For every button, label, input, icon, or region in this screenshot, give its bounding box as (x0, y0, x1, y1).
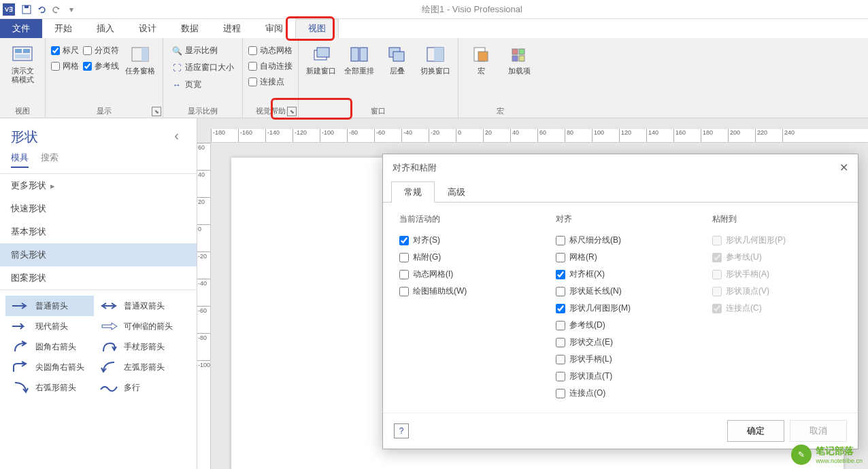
tab-process[interactable]: 进程 (211, 19, 253, 38)
chk-snap[interactable]: 对齐(S) (399, 232, 529, 249)
chk-glue-handles: 形状手柄(A) (712, 266, 841, 283)
window-title: 绘图1 - Visio Professional (79, 3, 865, 16)
chk-handles[interactable]: 形状手柄(L) (556, 351, 685, 368)
checkbox-ruler[interactable]: 标尺 (51, 45, 79, 56)
chk-dyngrid[interactable]: 动态网格(I) (399, 266, 529, 283)
svg-rect-5 (15, 54, 30, 58)
tab-insert[interactable]: 插入 (84, 19, 127, 38)
svg-rect-20 (512, 56, 518, 61)
dlg-tab-general[interactable]: 常规 (391, 181, 435, 203)
save-icon[interactable] (19, 2, 34, 17)
snap-glue-dialog: 对齐和粘附 ✕ 常规 高级 当前活动的 对齐(S) 粘附(G) 动态网格(I) … (382, 154, 858, 449)
chk-subdiv[interactable]: 标尺细分线(B) (556, 232, 685, 249)
checkbox-connpt[interactable]: 连接点 (248, 76, 293, 88)
checkbox-pagebreak[interactable]: 分页符 (83, 45, 119, 56)
chk-inter[interactable]: 形状交点(E) (556, 334, 685, 351)
shape-right-arc[interactable]: 右弧形箭头 (5, 377, 94, 398)
tab-review[interactable]: 审阅 (253, 19, 295, 38)
chk-ext[interactable]: 形状延长线(N) (556, 283, 685, 300)
macro-button[interactable]: 宏 (464, 41, 498, 75)
shape-simple-arrow[interactable]: 普通箭头 (5, 296, 94, 316)
svg-rect-9 (317, 48, 329, 57)
svg-rect-15 (434, 48, 444, 61)
cancel-button[interactable]: 取消 (790, 420, 847, 442)
left-arc-icon (99, 361, 118, 373)
visual-aids-launcher[interactable]: ⬊ (287, 107, 297, 116)
modern-arrow-icon (11, 320, 30, 332)
shape-left-arc[interactable]: 左弧形箭头 (94, 357, 182, 377)
tab-view[interactable]: 视图 (295, 19, 339, 38)
group-view: 演示文 稿模式 视图 (0, 38, 46, 118)
stretch-arrow-icon (99, 320, 118, 332)
checkbox-dyngrid[interactable]: 动态网格 (248, 45, 293, 56)
tab-design[interactable]: 设计 (127, 19, 169, 38)
close-icon[interactable]: ✕ (839, 161, 848, 174)
fit-window-button[interactable]: ⛶适应窗口大小 (169, 60, 237, 75)
svg-rect-7 (141, 48, 148, 61)
cat-basic[interactable]: 基本形状 (0, 220, 197, 243)
chk-glue-vertex: 形状顶点(V) (712, 283, 841, 300)
cat-pattern[interactable]: 图案形状 (0, 266, 197, 290)
show-launcher[interactable]: ⬊ (152, 107, 161, 116)
subtab-stencils[interactable]: 模具 (11, 152, 29, 168)
taskpane-button[interactable]: 任务窗格 (123, 41, 157, 75)
dialog-titlebar: 对齐和粘附 ✕ (383, 154, 858, 181)
tab-home[interactable]: 开始 (42, 19, 84, 38)
svg-rect-4 (23, 49, 30, 53)
chk-guides2[interactable]: 参考线(D) (556, 317, 685, 334)
chk-connpt2[interactable]: 连接点(O) (556, 385, 685, 402)
cat-arrow[interactable]: 箭头形状 (0, 243, 197, 266)
cascade-button[interactable]: 层叠 (380, 41, 414, 75)
cascade-icon (386, 44, 408, 65)
help-icon[interactable]: ? (394, 423, 409, 438)
shape-cane-arrow[interactable]: 手杖形箭头 (94, 336, 182, 357)
watermark: ✎ 笔记部落 www.notetribe.cn (791, 445, 863, 465)
new-window-button[interactable]: 新建窗口 (304, 41, 338, 75)
chk-grid2[interactable]: 网格(R) (556, 249, 685, 266)
chk-box[interactable]: 对齐框(X) (556, 266, 685, 283)
ok-button[interactable]: 确定 (727, 420, 784, 442)
checkbox-autoconn[interactable]: 自动连接 (248, 60, 293, 72)
checkbox-grid[interactable]: 网格 (51, 60, 79, 72)
chk-glue-guides: 参考线(U) (712, 249, 841, 266)
checkbox-guides[interactable]: 参考线 (83, 60, 119, 72)
switch-window-button[interactable]: 切换窗口 (418, 41, 452, 75)
group-show: 标尺 网格 分页符 参考线 任务窗格 显示 ⬊ (46, 38, 163, 118)
switch-icon (424, 44, 446, 65)
subtab-search[interactable]: 搜索 (41, 152, 59, 168)
chk-glue[interactable]: 粘附(G) (399, 249, 529, 266)
new-window-icon (310, 44, 332, 65)
shape-multiline[interactable]: 多行 (94, 377, 182, 398)
ribbon: 演示文 稿模式 视图 标尺 网格 分页符 参考线 任务窗格 显示 ⬊ 🔍 (0, 38, 868, 118)
redo-icon[interactable] (49, 2, 64, 17)
tab-data[interactable]: 数据 (169, 19, 211, 38)
chk-vertex[interactable]: 形状顶点(T) (556, 368, 685, 385)
qat-customize-icon[interactable]: ▾ (64, 2, 79, 17)
addin-button[interactable]: 加载项 (502, 41, 536, 75)
arrange-all-button[interactable]: 全部重排 (342, 41, 376, 75)
svg-rect-19 (519, 49, 524, 54)
cat-more[interactable]: 更多形状 ▸ (0, 174, 197, 197)
shapes-pane: 形状‹ 模具 搜索 更多形状 ▸ 快速形状 基本形状 箭头形状 图案形状 普通箭… (0, 118, 197, 469)
undo-icon[interactable] (34, 2, 49, 17)
presentation-icon (12, 44, 33, 65)
shape-double-arrow[interactable]: 普通双箭头 (94, 296, 182, 316)
chk-drawaid[interactable]: 绘图辅助线(W) (399, 283, 529, 300)
arrow-icon (11, 300, 30, 312)
shape-rounded-right[interactable]: 圆角右箭头 (5, 336, 94, 357)
cat-quick[interactable]: 快速形状 (0, 197, 197, 220)
shape-stretch-arrow[interactable]: 可伸缩的箭头 (94, 316, 182, 336)
dlg-tab-advanced[interactable]: 高级 (435, 181, 478, 203)
shape-modern-arrow[interactable]: 现代箭头 (5, 316, 94, 336)
collapse-icon[interactable]: ‹ (174, 128, 186, 143)
chk-glue-geom: 形状几何图形(P) (712, 232, 841, 249)
tab-file[interactable]: 文件 (0, 19, 42, 38)
presentation-mode-button[interactable]: 演示文 稿模式 (5, 41, 39, 84)
svg-rect-13 (393, 52, 404, 61)
chevron-right-icon: ▸ (50, 181, 55, 191)
shape-pointed-round[interactable]: 尖圆角右箭头 (5, 357, 94, 377)
shape-gallery: 普通箭头 普通双箭头 现代箭头 可伸缩的箭头 圆角右箭头 手杖形箭头 尖圆角右箭… (0, 290, 197, 403)
zoom-button[interactable]: 🔍显示比例 (169, 44, 237, 58)
chk-geom[interactable]: 形状几何图形(M) (556, 300, 685, 317)
page-width-button[interactable]: ↔页宽 (169, 77, 237, 92)
